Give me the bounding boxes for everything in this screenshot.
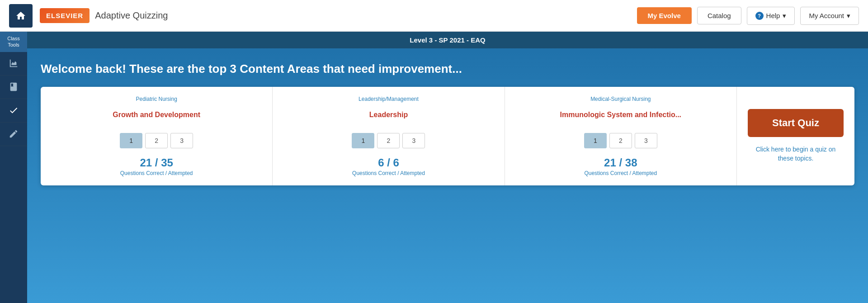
level-1-btn-leadership[interactable]: 1 [352,133,374,148]
help-chevron-icon: ▾ [783,12,786,20]
level-2-btn-leadership[interactable]: 2 [377,133,400,148]
start-quiz-button[interactable]: Start Quiz [748,109,844,137]
level-selector-medical-surgical: 1 2 3 [516,133,726,148]
stats-label-leadership: Questions Correct / Attempted [283,170,493,176]
cards-container: Pediatric Nursing Growth and Development… [41,87,854,185]
app-title: Adaptive Quizzing [95,10,168,21]
card-medical-surgical: Medical-Surgical Nursing Immunologic Sys… [505,87,737,185]
level-1-btn-pediatric[interactable]: 1 [120,133,142,148]
level-1-btn-medical-surgical[interactable]: 1 [584,133,607,148]
stats-label-pediatric: Questions Correct / Attempted [52,170,261,176]
my-account-button[interactable]: My Account ▾ [800,7,859,25]
start-quiz-description: Click here to begin a quiz on these topi… [748,145,844,163]
card-topic-pediatric: Growth and Development [52,105,261,125]
sidebar-item-book[interactable] [0,76,27,99]
level-3-btn-pediatric[interactable]: 3 [170,133,193,148]
stats-numbers-pediatric: 21 / 35 [52,156,261,169]
stats-label-medical-surgical: Questions Correct / Attempted [516,170,726,176]
sidebar: ClassTools [0,32,27,303]
level-2-btn-pediatric[interactable]: 2 [145,133,168,148]
top-navigation: ELSEVIER Adaptive Quizzing My Evolve Cat… [0,0,868,32]
card-leadership: Leadership/Management Leadership 1 2 3 6… [273,87,505,185]
level-3-btn-medical-surgical[interactable]: 3 [635,133,657,148]
catalog-button[interactable]: Catalog [697,7,741,24]
sidebar-item-class-tools[interactable]: ClassTools [0,32,27,52]
my-account-label: My Account [809,12,844,19]
level-bar: Level 3 - SP 2021 - EAQ [27,32,868,48]
help-button[interactable]: ? Help ▾ [747,7,795,25]
card-category-pediatric: Pediatric Nursing [52,96,261,102]
level-selector-leadership: 1 2 3 [283,133,493,148]
sidebar-item-edit[interactable] [0,123,27,146]
stats-medical-surgical: 21 / 38 Questions Correct / Attempted [516,156,726,176]
stats-numbers-leadership: 6 / 6 [283,156,493,169]
logo-area: ELSEVIER Adaptive Quizzing [40,8,168,23]
stats-numbers-medical-surgical: 21 / 38 [516,156,726,169]
content-area: Welcome back! These are the top 3 Conten… [27,48,868,194]
level-2-btn-medical-surgical[interactable]: 2 [609,133,632,148]
sidebar-item-check[interactable] [0,99,27,123]
action-card: Start Quiz Click here to begin a quiz on… [737,87,854,185]
stats-pediatric: 21 / 35 Questions Correct / Attempted [52,156,261,176]
card-pediatric: Pediatric Nursing Growth and Development… [41,87,273,185]
welcome-text: Welcome back! These are the top 3 Conten… [41,62,854,76]
help-label: Help [766,12,780,19]
card-topic-medical-surgical: Immunologic System and Infectio... [516,105,726,125]
sidebar-item-chart[interactable] [0,52,27,76]
my-account-chevron-icon: ▾ [847,12,850,20]
main-content: Level 3 - SP 2021 - EAQ Welcome back! Th… [27,32,868,303]
home-button[interactable] [9,4,33,28]
my-evolve-button[interactable]: My Evolve [637,7,692,24]
card-category-leadership: Leadership/Management [283,96,493,102]
level-bar-text: Level 3 - SP 2021 - EAQ [410,36,485,44]
level-selector-pediatric: 1 2 3 [52,133,261,148]
help-icon: ? [755,12,764,20]
elsevier-logo: ELSEVIER [40,8,90,23]
stats-leadership: 6 / 6 Questions Correct / Attempted [283,156,493,176]
card-topic-leadership: Leadership [283,105,493,125]
level-3-btn-leadership[interactable]: 3 [402,133,425,148]
nav-right: My Evolve Catalog ? Help ▾ My Account ▾ [637,7,859,25]
card-category-medical-surgical: Medical-Surgical Nursing [516,96,726,102]
